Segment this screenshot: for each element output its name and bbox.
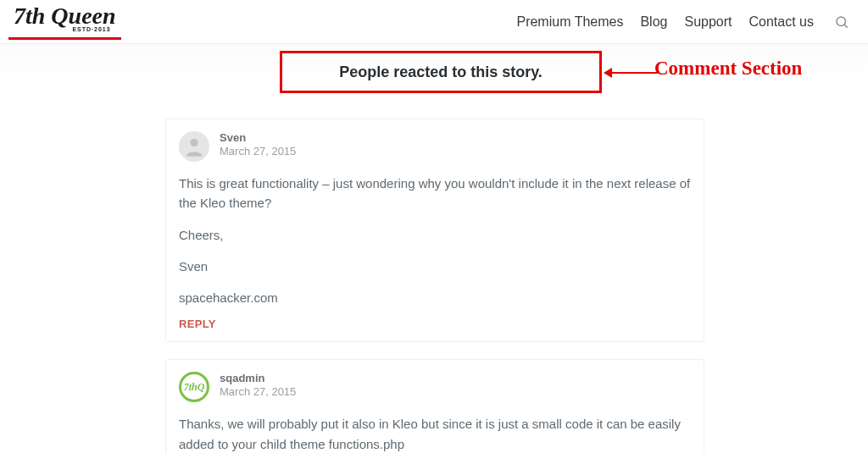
nav-premium-themes[interactable]: Premium Themes xyxy=(516,14,623,30)
arrow-line xyxy=(611,72,658,74)
svg-line-1 xyxy=(844,25,848,28)
comment-paragraph: This is great functionality – just wonde… xyxy=(179,174,691,213)
avatar xyxy=(179,131,209,162)
primary-nav: Premium Themes Blog Support Contact us xyxy=(516,11,853,33)
comment-meta: Sven March 27, 2015 xyxy=(220,131,296,157)
comment-header: 7thQ sqadmin March 27, 2015 xyxy=(179,372,691,402)
comment-author: Sven xyxy=(220,131,296,144)
section-title: People reacted to this story. xyxy=(339,64,542,81)
comment-paragraph: Thanks, we will probably put it also in … xyxy=(179,414,691,453)
annotation-box: People reacted to this story. xyxy=(280,51,602,93)
nav-blog[interactable]: Blog xyxy=(640,14,667,30)
svg-point-2 xyxy=(190,139,198,146)
content-area: People reacted to this story. Comment Se… xyxy=(0,44,868,453)
brand-icon: 7thQ xyxy=(184,381,205,394)
search-icon xyxy=(834,14,849,30)
comment-header: Sven March 27, 2015 xyxy=(179,131,691,162)
comment-author: sqadmin xyxy=(220,372,296,384)
comment-date: March 27, 2015 xyxy=(220,145,296,157)
annotation-arrow xyxy=(604,68,658,78)
comment: 7thQ sqadmin March 27, 2015 Thanks, we w… xyxy=(165,359,704,453)
svg-point-0 xyxy=(837,17,846,26)
comment-body: This is great functionality – just wonde… xyxy=(179,174,691,307)
comment-body: Thanks, we will probably put it also in … xyxy=(179,414,691,453)
annotation-label: Comment Section xyxy=(654,58,802,80)
header: 7th Queen ESTD·2013 Premium Themes Blog … xyxy=(0,0,868,44)
comment-meta: sqadmin March 27, 2015 xyxy=(220,372,296,398)
nav-support[interactable]: Support xyxy=(684,14,732,30)
comment-paragraph: Sven xyxy=(179,257,691,276)
comment-paragraph: Cheers, xyxy=(179,225,691,245)
comment-date: March 27, 2015 xyxy=(220,385,296,398)
nav-contact-us[interactable]: Contact us xyxy=(749,14,814,30)
comments-list: Sven March 27, 2015 This is great functi… xyxy=(165,119,704,453)
site-logo[interactable]: 7th Queen ESTD·2013 xyxy=(8,4,121,40)
avatar: 7thQ xyxy=(179,372,209,402)
search-button[interactable] xyxy=(831,11,853,33)
comment-paragraph: spacehacker.com xyxy=(179,288,691,307)
comment: Sven March 27, 2015 This is great functi… xyxy=(165,119,704,342)
logo-text: 7th Queen xyxy=(14,3,116,29)
reply-button[interactable]: REPLY xyxy=(179,318,216,330)
person-icon xyxy=(182,135,206,158)
